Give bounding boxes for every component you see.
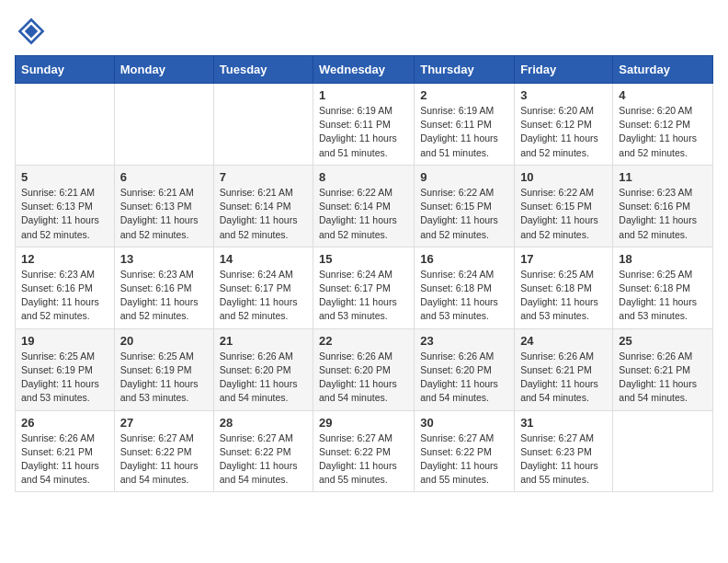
logo-icon — [15, 15, 48, 48]
day-info: Sunrise: 6:22 AM Sunset: 6:14 PM Dayligh… — [319, 186, 408, 242]
day-info: Sunrise: 6:25 AM Sunset: 6:18 PM Dayligh… — [520, 268, 607, 324]
calendar-cell: 26Sunrise: 6:26 AM Sunset: 6:21 PM Dayli… — [16, 410, 115, 492]
day-info: Sunrise: 6:19 AM Sunset: 6:11 PM Dayligh… — [319, 104, 408, 160]
day-number: 29 — [319, 416, 408, 430]
day-info: Sunrise: 6:24 AM Sunset: 6:18 PM Dayligh… — [420, 268, 508, 324]
day-number: 21 — [220, 334, 307, 348]
calendar-cell: 6Sunrise: 6:21 AM Sunset: 6:13 PM Daylig… — [114, 165, 213, 247]
day-number: 10 — [520, 170, 607, 184]
column-header-saturday: Saturday — [613, 56, 713, 84]
day-number: 14 — [220, 252, 307, 266]
day-info: Sunrise: 6:20 AM Sunset: 6:12 PM Dayligh… — [619, 104, 707, 160]
day-number: 6 — [120, 170, 208, 184]
day-number: 11 — [619, 170, 707, 184]
day-info: Sunrise: 6:23 AM Sunset: 6:16 PM Dayligh… — [120, 268, 208, 324]
day-info: Sunrise: 6:22 AM Sunset: 6:15 PM Dayligh… — [520, 186, 607, 242]
calendar-cell: 4Sunrise: 6:20 AM Sunset: 6:12 PM Daylig… — [613, 84, 713, 166]
column-header-friday: Friday — [515, 56, 613, 84]
calendar-week-row: 26Sunrise: 6:26 AM Sunset: 6:21 PM Dayli… — [16, 410, 713, 492]
day-info: Sunrise: 6:26 AM Sunset: 6:20 PM Dayligh… — [420, 350, 508, 406]
calendar-cell: 31Sunrise: 6:27 AM Sunset: 6:23 PM Dayli… — [515, 410, 613, 492]
day-info: Sunrise: 6:27 AM Sunset: 6:22 PM Dayligh… — [120, 431, 208, 488]
day-info: Sunrise: 6:27 AM Sunset: 6:22 PM Dayligh… — [220, 431, 307, 488]
day-info: Sunrise: 6:26 AM Sunset: 6:21 PM Dayligh… — [21, 431, 108, 488]
day-number: 20 — [120, 334, 208, 348]
calendar-week-row: 12Sunrise: 6:23 AM Sunset: 6:16 PM Dayli… — [16, 247, 713, 328]
day-info: Sunrise: 6:19 AM Sunset: 6:11 PM Dayligh… — [420, 104, 508, 160]
calendar-cell: 17Sunrise: 6:25 AM Sunset: 6:18 PM Dayli… — [515, 247, 613, 328]
day-info: Sunrise: 6:23 AM Sunset: 6:16 PM Dayligh… — [21, 268, 108, 324]
calendar-cell: 9Sunrise: 6:22 AM Sunset: 6:15 PM Daylig… — [415, 165, 515, 247]
calendar-cell: 21Sunrise: 6:26 AM Sunset: 6:20 PM Dayli… — [213, 328, 313, 410]
calendar-cell: 16Sunrise: 6:24 AM Sunset: 6:18 PM Dayli… — [415, 247, 515, 328]
day-info: Sunrise: 6:26 AM Sunset: 6:21 PM Dayligh… — [520, 350, 607, 406]
calendar-cell: 25Sunrise: 6:26 AM Sunset: 6:21 PM Dayli… — [613, 328, 713, 410]
calendar-cell: 15Sunrise: 6:24 AM Sunset: 6:17 PM Dayli… — [313, 247, 415, 328]
day-number: 1 — [319, 88, 408, 102]
calendar-cell — [114, 84, 213, 166]
day-info: Sunrise: 6:21 AM Sunset: 6:14 PM Dayligh… — [220, 186, 307, 242]
day-info: Sunrise: 6:22 AM Sunset: 6:15 PM Dayligh… — [420, 186, 508, 242]
calendar-week-row: 19Sunrise: 6:25 AM Sunset: 6:19 PM Dayli… — [16, 328, 713, 410]
day-number: 24 — [520, 334, 607, 348]
day-number: 30 — [420, 416, 508, 430]
day-number: 26 — [21, 416, 108, 430]
day-number: 13 — [120, 252, 208, 266]
calendar-cell: 1Sunrise: 6:19 AM Sunset: 6:11 PM Daylig… — [313, 84, 415, 166]
day-info: Sunrise: 6:27 AM Sunset: 6:23 PM Dayligh… — [520, 431, 607, 488]
day-info: Sunrise: 6:25 AM Sunset: 6:19 PM Dayligh… — [21, 350, 108, 406]
calendar-table: SundayMondayTuesdayWednesdayThursdayFrid… — [15, 55, 713, 492]
day-number: 27 — [120, 416, 208, 430]
calendar-cell: 7Sunrise: 6:21 AM Sunset: 6:14 PM Daylig… — [213, 165, 313, 247]
day-info: Sunrise: 6:21 AM Sunset: 6:13 PM Dayligh… — [120, 186, 208, 242]
calendar-cell — [213, 84, 313, 166]
day-number: 16 — [420, 252, 508, 266]
day-number: 22 — [319, 334, 408, 348]
calendar-cell: 2Sunrise: 6:19 AM Sunset: 6:11 PM Daylig… — [415, 84, 515, 166]
day-number: 19 — [21, 334, 108, 348]
calendar-cell: 23Sunrise: 6:26 AM Sunset: 6:20 PM Dayli… — [415, 328, 515, 410]
day-number: 23 — [420, 334, 508, 348]
calendar-cell: 22Sunrise: 6:26 AM Sunset: 6:20 PM Dayli… — [313, 328, 415, 410]
day-info: Sunrise: 6:21 AM Sunset: 6:13 PM Dayligh… — [21, 186, 108, 242]
day-info: Sunrise: 6:26 AM Sunset: 6:20 PM Dayligh… — [220, 350, 307, 406]
calendar-cell: 28Sunrise: 6:27 AM Sunset: 6:22 PM Dayli… — [213, 410, 313, 492]
day-number: 15 — [319, 252, 408, 266]
day-number: 9 — [420, 170, 508, 184]
day-info: Sunrise: 6:25 AM Sunset: 6:18 PM Dayligh… — [619, 268, 707, 324]
day-info: Sunrise: 6:24 AM Sunset: 6:17 PM Dayligh… — [319, 268, 408, 324]
day-info: Sunrise: 6:25 AM Sunset: 6:19 PM Dayligh… — [120, 350, 208, 406]
calendar-header-row: SundayMondayTuesdayWednesdayThursdayFrid… — [16, 56, 713, 84]
day-info: Sunrise: 6:26 AM Sunset: 6:21 PM Dayligh… — [619, 350, 707, 406]
day-number: 3 — [520, 88, 607, 102]
day-number: 12 — [21, 252, 108, 266]
calendar-cell: 30Sunrise: 6:27 AM Sunset: 6:22 PM Dayli… — [415, 410, 515, 492]
calendar-cell: 5Sunrise: 6:21 AM Sunset: 6:13 PM Daylig… — [16, 165, 115, 247]
day-info: Sunrise: 6:26 AM Sunset: 6:20 PM Dayligh… — [319, 350, 408, 406]
day-number: 4 — [619, 88, 707, 102]
day-number: 7 — [220, 170, 307, 184]
day-number: 28 — [220, 416, 307, 430]
calendar-week-row: 5Sunrise: 6:21 AM Sunset: 6:13 PM Daylig… — [16, 165, 713, 247]
day-number: 31 — [520, 416, 607, 430]
calendar-cell: 13Sunrise: 6:23 AM Sunset: 6:16 PM Dayli… — [114, 247, 213, 328]
calendar-cell: 24Sunrise: 6:26 AM Sunset: 6:21 PM Dayli… — [515, 328, 613, 410]
logo — [15, 15, 51, 48]
day-number: 8 — [319, 170, 408, 184]
day-number: 2 — [420, 88, 508, 102]
header — [15, 15, 713, 48]
calendar-cell: 19Sunrise: 6:25 AM Sunset: 6:19 PM Dayli… — [16, 328, 115, 410]
day-info: Sunrise: 6:27 AM Sunset: 6:22 PM Dayligh… — [319, 431, 408, 488]
calendar-cell: 12Sunrise: 6:23 AM Sunset: 6:16 PM Dayli… — [16, 247, 115, 328]
column-header-tuesday: Tuesday — [213, 56, 313, 84]
calendar-cell: 29Sunrise: 6:27 AM Sunset: 6:22 PM Dayli… — [313, 410, 415, 492]
day-info: Sunrise: 6:20 AM Sunset: 6:12 PM Dayligh… — [520, 104, 607, 160]
calendar-cell: 10Sunrise: 6:22 AM Sunset: 6:15 PM Dayli… — [515, 165, 613, 247]
day-number: 25 — [619, 334, 707, 348]
calendar-cell: 27Sunrise: 6:27 AM Sunset: 6:22 PM Dayli… — [114, 410, 213, 492]
column-header-wednesday: Wednesday — [313, 56, 415, 84]
day-info: Sunrise: 6:24 AM Sunset: 6:17 PM Dayligh… — [220, 268, 307, 324]
calendar-cell: 3Sunrise: 6:20 AM Sunset: 6:12 PM Daylig… — [515, 84, 613, 166]
calendar-cell: 11Sunrise: 6:23 AM Sunset: 6:16 PM Dayli… — [613, 165, 713, 247]
calendar-cell: 14Sunrise: 6:24 AM Sunset: 6:17 PM Dayli… — [213, 247, 313, 328]
